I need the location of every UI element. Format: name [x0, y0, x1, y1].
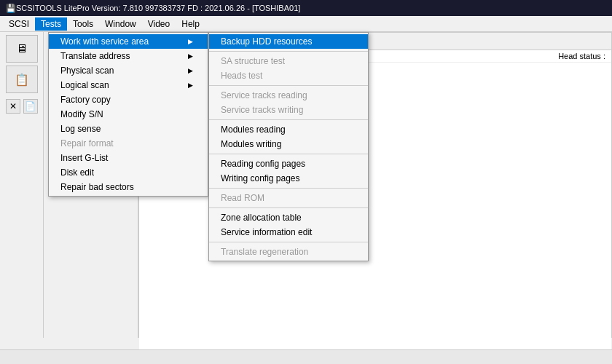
menu-item-translate[interactable]: Translate address ▶ [49, 49, 208, 63]
menu-item-reading-config[interactable]: Reading config pages [209, 157, 368, 171]
service-dropdown: Backup HDD resources SA structure test H… [208, 32, 369, 261]
menu-item-read-rom: Read ROM [209, 191, 368, 205]
dropdown-overlay: Work with service area ▶ Translate addre… [0, 32, 612, 364]
submenu-arrow: ▶ [188, 52, 193, 60]
menu-help[interactable]: Help [176, 17, 205, 31]
menu-item-log-sense[interactable]: Log sense [49, 122, 208, 136]
menu-item-modules-reading[interactable]: Modules reading [209, 122, 368, 137]
menu-item-insert-glist[interactable]: Insert G-List [49, 151, 208, 165]
menu-item-physical-scan[interactable]: Physical scan ▶ [49, 63, 208, 78]
menu-tests[interactable]: Tests [35, 17, 67, 31]
menu-item-service-tracks-reading: Service tracks reading [209, 88, 368, 103]
menu-item-heads-test: Heads test [209, 68, 368, 83]
menu-item-backup-hdd[interactable]: Backup HDD resources [209, 34, 368, 49]
separator-2 [209, 85, 368, 86]
title-text: SCSITOOLS LitePro Version: 7.810 9973837… [16, 4, 300, 12]
menu-window[interactable]: Window [99, 17, 142, 31]
menu-item-modules-writing[interactable]: Modules writing [209, 137, 368, 151]
menu-bar: SCSI Tests Tools Window Video Help [0, 16, 612, 32]
menu-item-factory-copy[interactable]: Factory copy [49, 92, 208, 107]
menu-scsi[interactable]: SCSI [3, 17, 35, 31]
menu-item-sa-structure: SA structure test [209, 54, 368, 68]
menu-item-work-service[interactable]: Work with service area ▶ [49, 34, 208, 49]
submenu-arrow: ▶ [188, 67, 193, 74]
separator-3 [209, 119, 368, 120]
separator-6 [209, 207, 368, 208]
menu-item-repair-format: Repair format [49, 136, 208, 151]
menu-item-modify-sn[interactable]: Modify S/N [49, 107, 208, 122]
tests-dropdown: Work with service area ▶ Translate addre… [48, 32, 208, 197]
title-bar: 💾 SCSITOOLS LitePro Version: 7.810 99738… [0, 0, 612, 16]
menu-video[interactable]: Video [142, 17, 176, 31]
separator-5 [209, 188, 368, 189]
menu-tools[interactable]: Tools [67, 17, 99, 31]
submenu-arrow: ▶ [188, 82, 193, 89]
separator-1 [209, 51, 368, 52]
menu-item-zone-allocation[interactable]: Zone allocation table [209, 210, 368, 225]
app-icon: 💾 [6, 4, 16, 13]
menu-item-logical-scan[interactable]: Logical scan ▶ [49, 78, 208, 92]
submenu-arrow: ▶ [188, 38, 193, 45]
separator-7 [209, 242, 368, 242]
separator-4 [209, 154, 368, 154]
menu-item-disk-edit[interactable]: Disk edit [49, 165, 208, 180]
menu-item-translate-regen: Translate regeneration [209, 245, 368, 259]
menu-item-writing-config[interactable]: Writing config pages [209, 171, 368, 186]
menu-item-repair-bad[interactable]: Repair bad sectors [49, 180, 208, 194]
menu-item-service-info[interactable]: Service information edit [209, 225, 368, 240]
menu-item-service-tracks-writing: Service tracks writing [209, 103, 368, 117]
